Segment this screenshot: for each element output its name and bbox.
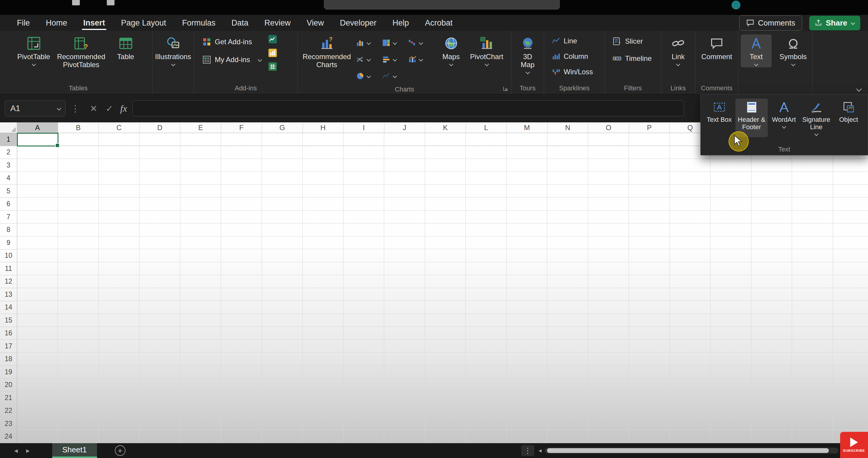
row-header-14[interactable]: 14 <box>0 301 17 314</box>
recent-addin-yellow-icon[interactable] <box>269 49 277 57</box>
row-header-1[interactable]: 1 <box>0 133 17 146</box>
column-header-l[interactable]: L <box>466 122 507 133</box>
row-header-22[interactable]: 22 <box>0 404 17 418</box>
sparkline-line-button[interactable]: Line <box>550 36 595 46</box>
menu-tab-home[interactable]: Home <box>38 15 75 31</box>
row-header-7[interactable]: 7 <box>0 210 17 224</box>
row-header-6[interactable]: 6 <box>0 198 17 211</box>
cancel-entry-icon[interactable]: ✕ <box>90 103 97 114</box>
recent-addin-chart-icon[interactable] <box>269 35 277 44</box>
charts-dialog-launcher-icon[interactable] <box>502 85 509 92</box>
timeline-button[interactable]: Timeline <box>611 53 653 64</box>
select-all-corner[interactable] <box>0 122 17 133</box>
menu-tab-help[interactable]: Help <box>384 15 417 31</box>
column-header-b[interactable]: B <box>58 122 99 133</box>
sheet-tab-sheet1[interactable]: Sheet1 <box>52 443 97 458</box>
row-header-19[interactable]: 19 <box>0 366 17 379</box>
formula-bar-drag-handle[interactable]: ⋮ <box>71 103 81 114</box>
symbols-button[interactable]: Symbols <box>775 34 811 67</box>
account-avatar[interactable] <box>732 1 740 9</box>
tab-scroll-right-icon[interactable]: ▸ <box>26 447 30 455</box>
menu-tab-formulas[interactable]: Formulas <box>174 15 224 31</box>
menu-tab-page-layout[interactable]: Page Layout <box>113 15 174 31</box>
pivotchart-button[interactable]: PivotChart <box>467 34 507 67</box>
row-header-15[interactable]: 15 <box>0 314 17 327</box>
horizontal-scrollbar-thumb[interactable] <box>547 448 829 453</box>
row-header-18[interactable]: 18 <box>0 353 17 366</box>
name-box[interactable]: A1 <box>5 101 66 116</box>
column-header-i[interactable]: I <box>343 122 384 133</box>
column-header-c[interactable]: C <box>99 122 140 133</box>
row-header-21[interactable]: 21 <box>0 392 17 404</box>
selected-cell-a1[interactable] <box>17 133 58 146</box>
new-sheet-button[interactable]: + <box>115 445 125 456</box>
row-header-20[interactable]: 20 <box>0 379 17 392</box>
hscroll-left-icon[interactable]: ◂ <box>538 447 542 454</box>
column-header-j[interactable]: J <box>384 122 425 133</box>
tab-scroll-left-icon[interactable]: ◂ <box>14 447 18 455</box>
horizontal-scrollbar[interactable] <box>545 448 838 454</box>
share-button[interactable]: Share <box>809 16 860 30</box>
column-header-f[interactable]: F <box>221 122 262 133</box>
illustrations-button[interactable]: Illustrations <box>154 34 193 67</box>
menu-tab-file[interactable]: File <box>9 15 38 31</box>
scatter-chart-button[interactable] <box>354 51 380 68</box>
table-button[interactable]: Table <box>110 34 142 62</box>
row-header-13[interactable]: 13 <box>0 288 17 301</box>
menu-tab-review[interactable]: Review <box>256 15 299 31</box>
3d-map-button[interactable]: 3D Map <box>513 34 542 76</box>
menu-tab-acrobat[interactable]: Acrobat <box>417 15 460 31</box>
sparkline-winloss-button[interactable]: Win/Loss <box>550 66 595 77</box>
row-header-3[interactable]: 3 <box>0 159 17 172</box>
column-header-k[interactable]: K <box>425 122 466 133</box>
column-header-g[interactable]: G <box>262 122 303 133</box>
cell-grid[interactable] <box>17 133 868 443</box>
waterfall-chart-button[interactable] <box>406 34 433 51</box>
column-header-a[interactable]: A <box>17 122 58 133</box>
sparkline-column-button[interactable]: Column <box>550 51 595 62</box>
name-box-chevron-icon[interactable] <box>57 107 61 110</box>
column-header-d[interactable]: D <box>140 122 181 133</box>
menu-tab-developer[interactable]: Developer <box>332 15 384 31</box>
column-chart-button[interactable] <box>354 34 380 51</box>
my-addins-button[interactable]: My Add-ins <box>200 54 264 65</box>
menu-tab-insert[interactable]: Insert <box>75 15 113 31</box>
get-addins-button[interactable]: Get Add-ins <box>200 36 264 48</box>
row-header-23[interactable]: 23 <box>0 417 17 430</box>
row-header-24[interactable]: 24 <box>0 430 17 443</box>
confirm-entry-icon[interactable]: ✓ <box>105 103 113 114</box>
row-header-8[interactable]: 8 <box>0 224 17 237</box>
titlebar-icon-undo[interactable] <box>107 0 115 5</box>
formula-input[interactable] <box>132 101 684 116</box>
text-menu-item-signature-line[interactable]: Signature Line <box>800 98 832 137</box>
column-header-n[interactable]: N <box>548 122 589 133</box>
combo-chart-button[interactable] <box>406 51 433 68</box>
comments-button[interactable]: Comments <box>739 16 802 31</box>
pivottable-button[interactable]: PivotTable <box>14 34 53 67</box>
column-header-p[interactable]: P <box>629 122 670 133</box>
text-menu-item-wordart[interactable]: WordArt <box>768 98 800 137</box>
insert-function-icon[interactable]: fx <box>120 103 127 114</box>
sparkline-chart-button[interactable] <box>380 68 406 84</box>
row-header-10[interactable]: 10 <box>0 250 17 263</box>
row-header-2[interactable]: 2 <box>0 146 17 159</box>
titlebar-search[interactable] <box>324 0 560 9</box>
row-header-12[interactable]: 12 <box>0 275 17 288</box>
row-header-5[interactable]: 5 <box>0 185 17 198</box>
hierarchy-chart-button[interactable] <box>380 34 406 51</box>
collapse-ribbon-chevron-icon[interactable] <box>857 86 861 91</box>
share-chevron-icon[interactable] <box>851 21 855 24</box>
column-header-e[interactable]: E <box>180 122 221 133</box>
recent-addin-grid-icon[interactable] <box>269 62 277 71</box>
link-button[interactable]: Link <box>663 34 693 67</box>
slicer-button[interactable]: Slicer <box>611 36 653 47</box>
recommended-charts-button[interactable]: ? Recommended Charts <box>302 34 351 70</box>
column-header-h[interactable]: H <box>303 122 344 133</box>
row-header-17[interactable]: 17 <box>0 340 17 353</box>
maps-button[interactable]: Maps <box>435 34 467 67</box>
status-bar-more-icon[interactable]: ⋮ <box>521 445 534 456</box>
row-header-4[interactable]: 4 <box>0 172 17 185</box>
text-button[interactable]: Text <box>741 34 772 67</box>
column-header-o[interactable]: O <box>588 122 629 133</box>
text-menu-item-object[interactable]: Object <box>832 98 865 137</box>
